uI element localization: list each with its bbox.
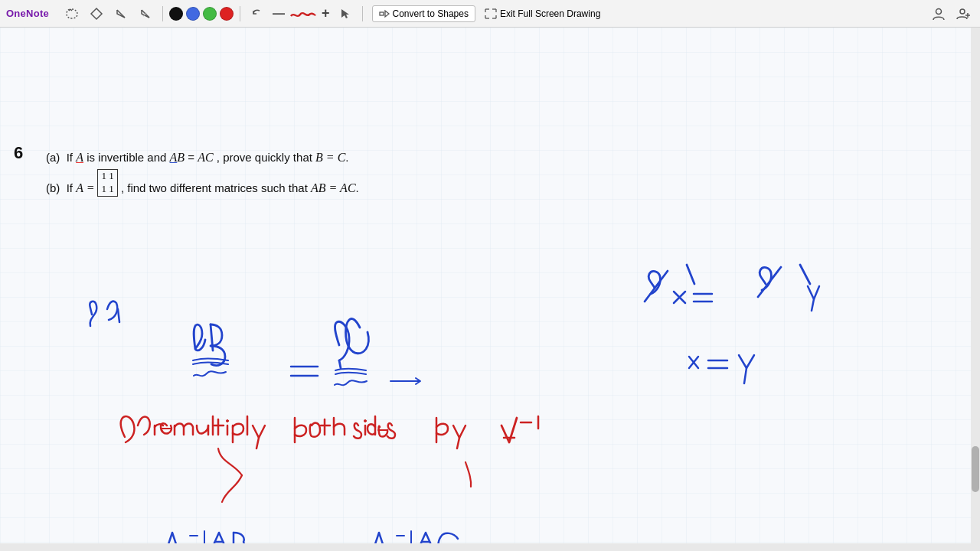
color-green[interactable] (203, 7, 217, 21)
question-area: 6 (a) If A is invertible and AB = AC , p… (46, 146, 359, 201)
sep2 (240, 6, 240, 21)
color-blue[interactable] (186, 7, 200, 21)
app-name: OneNote (6, 8, 49, 19)
grid-background (0, 28, 980, 551)
svg-rect-22 (0, 28, 980, 551)
exit-fullscreen-icon (485, 8, 497, 19)
svg-point-18 (960, 9, 965, 14)
scrollbar-thumb-v[interactable] (972, 446, 979, 492)
svg-marker-2 (91, 8, 102, 19)
user-add-button[interactable] (952, 3, 974, 24)
sep3 (362, 6, 363, 21)
convert-icon (379, 8, 390, 19)
eraser-tool[interactable] (86, 3, 107, 24)
user-icons (928, 3, 974, 24)
pen-filter-tool[interactable] (110, 3, 132, 24)
exit-fullscreen-button[interactable]: Exit Full Screen Drawing (479, 6, 606, 21)
sep1 (162, 6, 163, 21)
question-part-a: (a) If A is invertible and AB = AC , pro… (46, 146, 359, 169)
convert-to-shapes-button[interactable]: Convert to Shapes (372, 5, 475, 22)
svg-marker-6 (341, 9, 349, 18)
question-number: 6 (14, 143, 23, 163)
convert-label: Convert to Shapes (393, 8, 469, 19)
svg-rect-7 (380, 12, 384, 15)
plus-btn[interactable]: + (320, 5, 332, 21)
color-red[interactable] (220, 7, 234, 21)
svg-line-0 (70, 9, 72, 11)
exit-label: Exit Full Screen Drawing (500, 8, 600, 19)
undo-tool[interactable] (247, 3, 268, 24)
svg-point-17 (936, 8, 942, 14)
horizontal-scrollbar[interactable] (0, 543, 980, 551)
question-part-b: (b) If A = 1 1 1 1 , find two different … (46, 169, 359, 200)
svg-marker-8 (385, 11, 389, 17)
pen-style-wavy[interactable] (289, 7, 317, 21)
toolbar: OneNote (0, 0, 980, 28)
cursor-tool[interactable] (335, 3, 356, 24)
dash-line: — (271, 7, 286, 21)
user-profile-button[interactable] (928, 3, 949, 24)
color-black[interactable] (169, 7, 183, 21)
main-canvas[interactable]: 6 (a) If A is invertible and AB = AC , p… (0, 28, 980, 551)
highlighter-tool[interactable] (135, 3, 156, 24)
vertical-scrollbar[interactable] (971, 28, 980, 551)
lasso-tool[interactable] (61, 3, 83, 24)
